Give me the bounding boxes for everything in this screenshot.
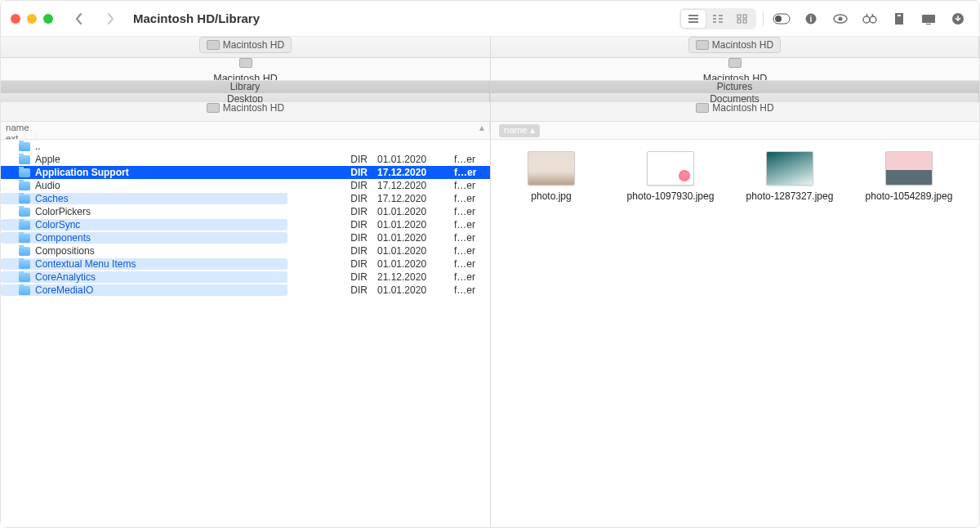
folder-icon	[19, 221, 30, 230]
forward-button[interactable]	[99, 7, 122, 30]
archive-icon[interactable]	[888, 10, 911, 28]
view-icons-icon[interactable]	[730, 10, 755, 28]
download-icon[interactable]	[947, 10, 969, 28]
svg-rect-2	[737, 20, 741, 23]
grid-item[interactable]: photo-1097930.jpeg	[621, 151, 719, 202]
file-modified: 17.12.2020	[372, 193, 449, 204]
file-name: ColorSync	[35, 219, 80, 230]
location-tab[interactable]: Macintosh HD	[199, 37, 292, 53]
info-icon[interactable]: i	[800, 10, 822, 28]
folder-icon	[19, 286, 30, 295]
file-kind: f…er	[449, 284, 490, 296]
grid-item[interactable]: photo-1287327.jpeg	[741, 151, 839, 202]
icon-grid[interactable]: photo.jpgphoto-1097930.jpegphoto-1287327…	[491, 140, 979, 527]
svg-rect-3	[743, 20, 746, 23]
file-modified: 17.12.2020	[372, 180, 449, 191]
file-row[interactable]: Application SupportDIR17.12.2020f…er	[1, 166, 490, 179]
folder-icon	[19, 155, 30, 164]
breadcrumb-label: Macintosh HD	[223, 102, 284, 114]
view-columns-icon[interactable]	[706, 10, 730, 28]
zoom-window-button[interactable]	[43, 14, 53, 24]
grid-item[interactable]: photo-1054289.jpeg	[860, 151, 958, 202]
svg-point-9	[839, 16, 843, 20]
file-row[interactable]: CoreAnalyticsDIR21.12.2020f…er	[1, 271, 490, 284]
svg-text:i: i	[810, 15, 813, 24]
titlebar: Macintosh HD/Library i	[1, 1, 979, 37]
preview-icon[interactable]	[829, 10, 852, 28]
folder-icon	[19, 195, 30, 204]
file-modified: 01.01.2020	[372, 258, 449, 270]
folder-icon	[19, 247, 30, 256]
folder-icon	[19, 260, 30, 269]
pane-tab[interactable]: Library	[1, 81, 490, 93]
hd-icon	[696, 40, 709, 50]
svg-rect-13	[898, 15, 901, 16]
file-row[interactable]: CompositionsDIR01.01.2020f…er	[1, 244, 490, 257]
hd-icon	[728, 58, 742, 68]
file-size: DIR	[323, 167, 372, 178]
close-window-button[interactable]	[11, 14, 20, 24]
terminal-icon[interactable]	[917, 10, 940, 28]
file-kind: f…er	[449, 245, 490, 257]
col-name[interactable]: name ▴	[491, 122, 979, 137]
drive-rows: Macintosh HD ⌄ 39,58 GB of 121,12 GB fre…	[1, 58, 979, 81]
drive-row-left: Macintosh HD ⌄ 39,58 GB of 121,12 GB fre…	[1, 58, 491, 81]
location-tabs-right: Macintosh HDNetworkCameraProcess Viewer	[491, 37, 979, 58]
pane-tab[interactable]: Documents	[491, 93, 979, 102]
file-size: DIR	[323, 180, 372, 191]
hd-icon	[239, 58, 252, 68]
pane-tab[interactable]: Desktop	[1, 93, 490, 102]
window-title: Macintosh HD/Library	[133, 11, 260, 25]
svg-rect-15	[926, 24, 931, 25]
file-row[interactable]: ComponentsDIR01.01.2020f…er	[1, 231, 490, 244]
file-name: CoreMediaIO	[35, 284, 93, 296]
file-row[interactable]: CachesDIR17.12.2020f…er	[1, 192, 490, 205]
drive-name[interactable]: Macintosh HD	[213, 73, 278, 81]
minimize-window-button[interactable]	[27, 14, 37, 24]
file-list[interactable]: ..AppleDIR01.01.2020f…erApplication Supp…	[1, 140, 490, 527]
column-header-right: name ▴extensionsizemodifiedcreatedaddedo…	[491, 122, 979, 140]
file-row[interactable]: ColorPickersDIR01.01.2020f…er	[1, 205, 490, 218]
location-tab[interactable]: Macintosh HD	[688, 37, 781, 53]
file-size: DIR	[323, 232, 372, 244]
svg-point-10	[863, 16, 870, 23]
file-row[interactable]: CoreMediaIODIR01.01.2020f…er	[1, 284, 490, 297]
file-row[interactable]: AudioDIR17.12.2020f…er	[1, 179, 490, 192]
pane-tabs-row: LibraryDesktop+ PicturesDocuments+	[1, 81, 979, 102]
window-controls	[11, 14, 53, 24]
view-list-icon[interactable]	[681, 10, 706, 28]
file-row[interactable]: ColorSyncDIR01.01.2020f…er	[1, 218, 490, 231]
grid-item[interactable]: photo.jpg	[502, 151, 600, 202]
back-button[interactable]	[68, 7, 91, 30]
toggle-switch-icon[interactable]	[770, 10, 793, 28]
file-size: DIR	[323, 206, 372, 217]
grid-item-label: photo.jpg	[531, 190, 571, 202]
file-kind: f…er	[449, 219, 490, 230]
pane-tab[interactable]: Pictures	[491, 81, 979, 93]
file-size: DIR	[323, 154, 372, 165]
file-row[interactable]: Contextual Menu ItemsDIR01.01.2020f…er	[1, 257, 490, 271]
file-kind: f…er	[449, 232, 490, 244]
file-name: Apple	[35, 154, 60, 165]
drive-name[interactable]: Macintosh HD	[703, 73, 768, 81]
folder-icon	[19, 142, 30, 151]
binoculars-icon[interactable]	[858, 10, 881, 28]
file-size: DIR	[323, 219, 372, 230]
breadcrumb-item[interactable]: Macintosh HD	[696, 102, 773, 114]
column-headers-row: name▴ ext size modified kind name ▴exten…	[1, 122, 979, 140]
toolbar: i	[679, 8, 969, 29]
file-row[interactable]: AppleDIR01.01.2020f…er	[1, 153, 490, 166]
col-ext[interactable]: ext	[1, 133, 37, 140]
breadcrumb-item[interactable]: Macintosh HD	[207, 102, 284, 114]
folder-icon	[19, 234, 30, 243]
col-name[interactable]: name▴	[1, 122, 490, 133]
file-modified: 01.01.2020	[372, 154, 449, 165]
file-row[interactable]: ..	[1, 140, 490, 153]
file-size: DIR	[323, 284, 372, 296]
file-kind: f…er	[449, 154, 490, 165]
hd-icon	[696, 103, 709, 113]
location-tabs-left: Macintosh HDNetworkProcess Vie	[1, 37, 491, 58]
breadcrumb-row: Macintosh HD›Library≡★ Macintosh HD›User…	[1, 102, 979, 122]
file-modified: 17.12.2020	[372, 167, 449, 178]
file-kind: f…er	[449, 180, 490, 191]
